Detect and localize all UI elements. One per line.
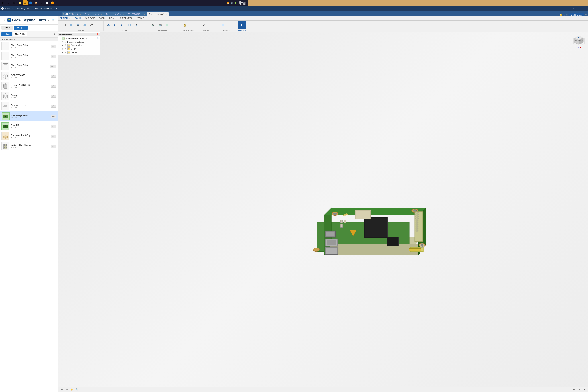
list-item[interactable]: 50cm Grow Cube 7/21/19 V0 ▾ <box>0 42 58 51</box>
move-button[interactable] <box>133 22 140 28</box>
explorer-icon[interactable]: 📁 <box>17 0 22 6</box>
list-item[interactable]: GT2-60T-635B 7/21/19 V1 ▾ <box>0 71 58 81</box>
browser-root-item[interactable]: ▼ 📋 RaspberryPiZeroW v1 ⚙ <box>58 36 100 40</box>
task-view-button[interactable]: ⧉ <box>12 0 17 6</box>
tab-close-3[interactable]: ✕ <box>144 13 145 15</box>
list-item[interactable]: 50cm Grow Cube 7/21/19 V3 ▾ <box>0 51 58 61</box>
back-button[interactable]: ‹ <box>2 18 6 22</box>
app2-icon[interactable]: 🗓 <box>39 0 44 6</box>
search-button[interactable]: ○ <box>6 0 11 6</box>
taskbar: ⊞ ○ ⧉ 📁 ✉ 🔵 📦 🗓 📧 🟠 📶 🔊 🔋 8:59 AM 1/19/2… <box>0 0 248 6</box>
browser-item-named-views[interactable]: ▶ 👁 📁 Named Views <box>58 43 100 47</box>
volume-icon: 🔊 <box>231 2 233 4</box>
file-info: Parastaltic pump 7/11/19 <box>11 104 50 108</box>
design-dropdown-button[interactable]: DESIGN ▾ <box>58 16 71 20</box>
collapse-browser-button[interactable]: ◀ <box>59 33 60 36</box>
toolbar-tabs: SOLID SURFACE FORM MESH SHEET METAL TOOL… <box>71 16 148 20</box>
svg-rect-54 <box>108 25 110 26</box>
file-version: V1 ▾ <box>51 115 56 118</box>
people-tab-button[interactable]: People <box>14 26 28 30</box>
expand-root-icon[interactable]: ▼ <box>59 37 61 40</box>
press-pull-button[interactable] <box>106 22 112 28</box>
browser-item-origin[interactable]: ▶ 👁 📁 Origin <box>58 47 100 51</box>
more-construct-button[interactable]: ▾ <box>190 22 196 28</box>
more-inspect-button[interactable]: ▾ <box>209 22 215 28</box>
more-create-button[interactable]: ▾ <box>96 22 102 28</box>
box-button[interactable] <box>68 22 74 28</box>
folder-icon-bodies: 📁 <box>67 51 70 54</box>
sphere-button[interactable] <box>82 22 88 28</box>
pipe-button[interactable] <box>88 22 95 28</box>
tab-nema17[interactable]: Nema 17…01-S v1 ✕ <box>104 12 126 16</box>
tab-tools[interactable]: TOOLS <box>136 16 146 20</box>
tab-gt2[interactable]: GT2-60T-635B v1 ✕ <box>126 12 147 16</box>
tab-surface[interactable]: SURFACE <box>83 16 97 20</box>
expand-named-views-icon[interactable]: ▶ <box>62 44 64 46</box>
start-button[interactable]: ⊞ <box>1 0 6 6</box>
file-thumbnail <box>2 102 10 110</box>
redo-icon[interactable]: ↪ <box>71 12 73 15</box>
undo-icon[interactable]: ↩ <box>69 12 70 15</box>
expand-origin-icon[interactable]: ▶ <box>62 48 64 50</box>
browser-item-bodies[interactable]: ▶ 👁 📁 Bodies <box>58 51 100 54</box>
assemble-group: ▾ ASSEMBLE ▾ <box>148 21 179 32</box>
fillet-button[interactable] <box>112 22 119 28</box>
shell-button[interactable] <box>126 22 133 28</box>
chrome-icon[interactable]: 🔵 <box>28 0 33 6</box>
viewport[interactable]: ◀ BROWSER 📌 ▼ 📋 RaspberryPiZeroW v1 ⚙ ▶ <box>58 32 248 140</box>
upload-button[interactable]: Upload <box>2 32 12 36</box>
joint-button[interactable] <box>150 22 156 28</box>
tab-mesh[interactable]: MESH <box>107 16 117 20</box>
tab-sheet-metal[interactable]: SHEET METAL <box>117 16 135 20</box>
browser-pin-button[interactable]: 📌 <box>96 33 98 36</box>
tab-close-2[interactable]: ✕ <box>123 13 124 15</box>
list-item[interactable]: Parastaltic pump 7/11/19 V1 ▾ <box>0 101 58 111</box>
app4-icon[interactable]: 🟠 <box>50 0 55 6</box>
data-tab-button[interactable]: Data <box>2 26 13 30</box>
insert-mcmaster-button[interactable] <box>219 21 228 29</box>
list-item[interactable]: Octagon 7/1/19 V1 ▾ <box>0 91 58 101</box>
history-icon[interactable]: 📄 <box>65 12 68 15</box>
mail-icon[interactable]: ✉ <box>22 0 28 6</box>
search-button[interactable]: 🔍 <box>51 18 55 22</box>
new-folder-button[interactable]: New Folder <box>13 32 28 36</box>
rigid-group-button[interactable] <box>164 22 170 28</box>
grid-view-icon[interactable]: ⊞ <box>62 12 64 15</box>
measure-button[interactable] <box>200 21 208 29</box>
more-modify-button[interactable]: ▾ <box>140 22 146 28</box>
tab-raspberry-pi[interactable]: Raspber…eroW v1 ✕ <box>147 12 168 16</box>
svg-marker-74 <box>241 24 243 26</box>
new-component-button[interactable] <box>61 22 68 28</box>
new-tab-button[interactable]: + <box>169 12 173 16</box>
browser-item-document-settings[interactable]: ▶ ⚙ Document Settings <box>58 40 100 43</box>
svg-rect-1 <box>4 45 7 48</box>
tab-parastaltic-pump[interactable]: Parasta…pump v1 ✕ <box>83 12 104 16</box>
select-group-items <box>238 21 246 29</box>
tab-close-0[interactable]: ✕ <box>80 13 81 15</box>
more-assemble-button[interactable]: ▾ <box>170 22 177 28</box>
expand-document-settings-icon[interactable]: ▶ <box>62 41 64 43</box>
chamfer-button[interactable] <box>119 22 126 28</box>
app1-icon[interactable]: 📦 <box>34 0 38 6</box>
list-item[interactable]: Rockwool Plant Cup 8/23/19 V7 ▾ <box>0 132 58 140</box>
list-item[interactable]: RaspPi2 7/11/19 V1 ▾ <box>0 122 58 132</box>
list-item-raspberry-pi[interactable]: RaspberryPiZeroW 7/11/19 V1 ▾ <box>0 111 58 122</box>
refresh-button[interactable]: ↺ <box>47 18 51 22</box>
tab-form[interactable]: FORM <box>97 16 107 20</box>
tab-close-1[interactable]: ✕ <box>101 13 102 15</box>
offset-plane-button[interactable] <box>180 21 189 29</box>
panel-settings-button[interactable]: ⚙ <box>52 32 56 36</box>
more-insert-button[interactable]: ▾ <box>228 22 234 28</box>
list-item[interactable]: 50cm Grow Cube 8/22/19 V13 ▾ <box>0 61 58 71</box>
as-built-joint-button[interactable] <box>157 22 163 28</box>
document-settings-icon: ⚙ <box>64 41 66 43</box>
tab-solid[interactable]: SOLID <box>72 16 83 20</box>
list-item[interactable]: Nema 17HS4401-S 7/21/19 V1 ▾ <box>0 81 58 91</box>
cylinder-button[interactable] <box>75 22 81 28</box>
expand-bodies-icon[interactable]: ▶ <box>62 51 64 54</box>
document-settings-pin-icon[interactable]: ⚙ <box>97 37 98 40</box>
select-button[interactable] <box>238 21 246 29</box>
app3-icon[interactable]: 📧 <box>44 0 49 6</box>
svg-line-8 <box>3 54 4 55</box>
tab-close-4[interactable]: ✕ <box>165 13 167 15</box>
